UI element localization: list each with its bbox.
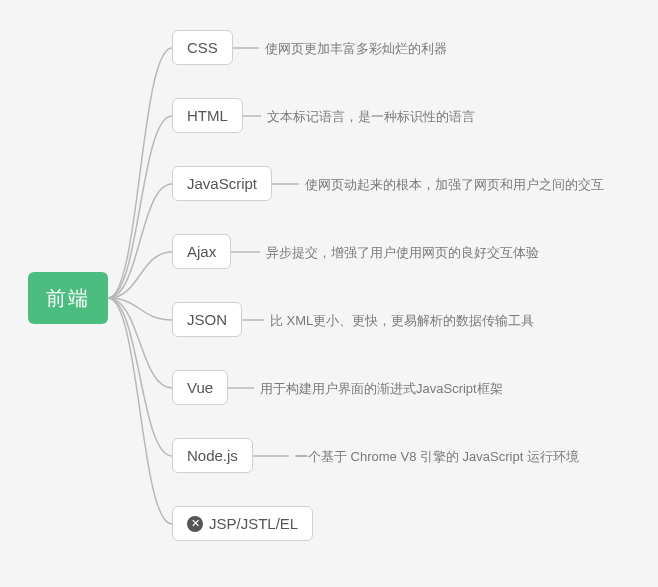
topic-node-vue[interactable]: Vue (172, 370, 228, 405)
desc-node-vue: 用于构建用户界面的渐进式JavaScript框架 (260, 380, 503, 398)
topic-label: Ajax (187, 243, 216, 260)
topic-node-nodejs[interactable]: Node.js (172, 438, 253, 473)
topic-label: JSON (187, 311, 227, 328)
topic-label: JavaScript (187, 175, 257, 192)
topic-label: Vue (187, 379, 213, 396)
topic-node-javascript[interactable]: JavaScript (172, 166, 272, 201)
topic-node-json[interactable]: JSON (172, 302, 242, 337)
desc-node-html: 文本标记语言，是一种标识性的语言 (267, 108, 475, 126)
topic-node-html[interactable]: HTML (172, 98, 243, 133)
desc-node-css: 使网页更加丰富多彩灿烂的利器 (265, 40, 447, 58)
root-label: 前端 (46, 285, 90, 312)
desc-node-json: 比 XML更小、更快，更易解析的数据传输工具 (270, 312, 534, 330)
desc-node-javascript: 使网页动起来的根本，加强了网页和用户之间的交互 (305, 176, 604, 194)
mindmap-canvas: 前端 CSS 使网页更加丰富多彩灿烂的利器 HTML 文本标记语言，是一种标识性… (0, 0, 658, 587)
topic-label: Node.js (187, 447, 238, 464)
desc-node-ajax: 异步提交，增强了用户使用网页的良好交互体验 (266, 244, 539, 262)
topic-node-css[interactable]: CSS (172, 30, 233, 65)
topic-node-ajax[interactable]: Ajax (172, 234, 231, 269)
topic-label: CSS (187, 39, 218, 56)
root-node[interactable]: 前端 (28, 272, 108, 324)
topic-label: JSP/JSTL/EL (209, 515, 298, 532)
desc-node-nodejs: 一个基于 Chrome V8 引擎的 JavaScript 运行环境 (295, 448, 579, 466)
topic-label: HTML (187, 107, 228, 124)
close-icon[interactable]: ✕ (187, 516, 203, 532)
topic-node-jsp[interactable]: ✕ JSP/JSTL/EL (172, 506, 313, 541)
